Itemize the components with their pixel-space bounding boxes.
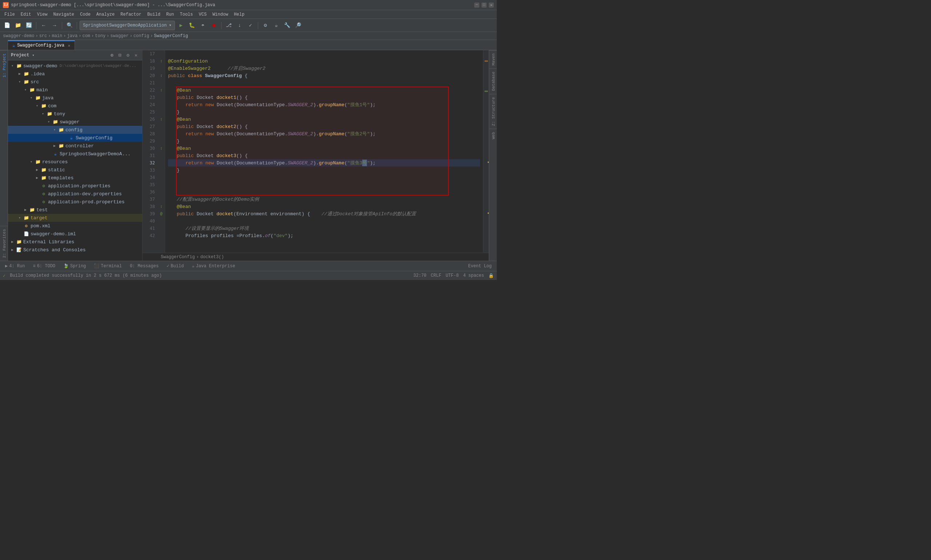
- tree-com[interactable]: ▾ 📁 com: [8, 102, 142, 110]
- coverage-btn[interactable]: ☂: [198, 21, 208, 30]
- menu-tools[interactable]: Tools: [177, 11, 196, 18]
- vtab-web[interactable]: Web: [489, 129, 497, 142]
- lock-icon[interactable]: 🔒: [488, 273, 494, 278]
- indent[interactable]: 4 spaces: [463, 273, 484, 278]
- debug-btn[interactable]: 🐛: [187, 21, 197, 30]
- breadcrumb-config[interactable]: config: [134, 34, 149, 38]
- editor-area[interactable]: 17 18 19 20 21 22 23 24 25 26 27 28 29 3…: [143, 50, 489, 253]
- tools2-btn[interactable]: 🔧: [283, 21, 292, 30]
- menu-window[interactable]: Window: [209, 11, 231, 18]
- tree-swagger[interactable]: ▾ 📁 swagger: [8, 118, 142, 126]
- vtab-database[interactable]: Database: [489, 68, 497, 94]
- line-ending[interactable]: CRLF: [431, 273, 442, 278]
- back-btn[interactable]: ←: [39, 21, 48, 30]
- tree-main[interactable]: ▾ 📁 main: [8, 86, 142, 94]
- right-scrollbar[interactable]: [483, 50, 489, 253]
- ln-34: 34: [143, 174, 158, 181]
- ext-lib-label: External Libraries: [23, 239, 74, 245]
- tree-src[interactable]: ▾ 📁 src: [8, 78, 142, 86]
- tab-close-btn[interactable]: ✕: [68, 43, 71, 48]
- tab-swaggerconfig[interactable]: ☕ SwaggerConfig.java ✕: [8, 40, 75, 50]
- breadcrumb-src[interactable]: src: [39, 34, 47, 38]
- btab-messages[interactable]: 0: Messages: [126, 262, 162, 271]
- btab-spring[interactable]: 🍃 Spring: [60, 262, 89, 271]
- breadcrumb-tony[interactable]: tony: [95, 34, 105, 38]
- breadcrumb-java[interactable]: java: [67, 34, 77, 38]
- close-panel-btn[interactable]: ✕: [133, 52, 139, 58]
- folder-icon-com: 📁: [41, 103, 46, 109]
- tree-iml[interactable]: ▶ 📄 swagger-demo.iml: [8, 230, 142, 238]
- cursor-position[interactable]: 32:70: [414, 273, 426, 278]
- tree-app-dev-props[interactable]: ▶ ⚙ application-dev.properties: [8, 190, 142, 198]
- commit-btn[interactable]: ✓: [246, 21, 255, 30]
- breadcrumb-com[interactable]: com: [82, 34, 90, 38]
- code-content[interactable]: @Configuration @EnableSwagger2 //开启Swagg…: [165, 50, 483, 253]
- menu-view[interactable]: View: [34, 11, 51, 18]
- menu-run[interactable]: Run: [163, 11, 177, 18]
- breadcrumb-method[interactable]: docket3(): [200, 255, 224, 260]
- breadcrumb-swagger[interactable]: swagger: [110, 34, 128, 38]
- tree-scratches[interactable]: ▶ 📝 Scratches and Consoles: [8, 246, 142, 254]
- menu-code[interactable]: Code: [77, 11, 94, 18]
- sync-btn[interactable]: 🔄: [24, 21, 34, 30]
- vtab-structure[interactable]: Z: Structure: [489, 94, 497, 129]
- tree-ext-lib[interactable]: ▶ 📁 External Libraries: [8, 238, 142, 246]
- menu-refactor[interactable]: Refactor: [117, 11, 145, 18]
- tree-app-prod-props[interactable]: ▶ ⚙ application-prod.properties: [8, 198, 142, 206]
- encoding[interactable]: UTF-8: [445, 273, 459, 278]
- menu-help[interactable]: Help: [231, 11, 247, 18]
- tree-java[interactable]: ▾ 📁 java: [8, 94, 142, 102]
- run-btn[interactable]: ▶: [176, 21, 186, 30]
- menu-edit[interactable]: Edit: [18, 11, 34, 18]
- collapse-btn[interactable]: ⊟: [117, 52, 123, 58]
- vtab-maven[interactable]: Maven: [489, 50, 497, 68]
- tree-idea[interactable]: ▶ 📁 .idea: [8, 70, 142, 78]
- stop-btn[interactable]: ■: [209, 21, 219, 30]
- tree-app-props[interactable]: ▶ ⚙ application.properties: [8, 182, 142, 190]
- tree-controller[interactable]: ▶ 📁 controller: [8, 142, 142, 150]
- tree-target[interactable]: ▾ 📁 target: [8, 214, 142, 222]
- tree-resources[interactable]: ▾ 📁 resources: [8, 158, 142, 166]
- menu-navigate[interactable]: Navigate: [50, 11, 77, 18]
- settings-btn[interactable]: ⚙: [261, 21, 270, 30]
- menu-file[interactable]: File: [2, 11, 18, 18]
- open-btn[interactable]: 📁: [13, 21, 23, 30]
- menu-build[interactable]: Build: [145, 11, 163, 18]
- tree-static[interactable]: ▶ 📁 static: [8, 166, 142, 174]
- tree-main-class[interactable]: ▶ ☕ SpringbootSwaggerDemoA...: [8, 150, 142, 158]
- btab-todo[interactable]: ≡ 6: TODO: [29, 262, 59, 271]
- search-everywhere-btn[interactable]: 🔍: [65, 21, 74, 30]
- vtab-project[interactable]: 1: Project: [0, 50, 8, 80]
- update-btn[interactable]: ↓: [235, 21, 245, 30]
- tree-tony[interactable]: ▾ 📁 tony: [8, 110, 142, 118]
- btab-terminal[interactable]: ⬛ Terminal: [90, 262, 125, 271]
- git-btn[interactable]: ⎇: [224, 21, 234, 30]
- tree-pom[interactable]: ▶ ⚙ pom.xml: [8, 222, 142, 230]
- menu-analyze[interactable]: Analyze: [94, 11, 117, 18]
- btab-java-enterprise[interactable]: ☕ Java Enterprise: [188, 262, 239, 271]
- btab-event-log[interactable]: Event Log: [465, 262, 496, 271]
- tree-config[interactable]: ▾ 📁 config: [8, 126, 142, 134]
- breadcrumb-swaggerconfig[interactable]: SwaggerConfig: [161, 255, 195, 260]
- maximize-button[interactable]: □: [482, 3, 486, 8]
- breadcrumb-file[interactable]: SwaggerConfig: [154, 34, 188, 38]
- new-project-btn[interactable]: 📄: [2, 21, 12, 30]
- sdk-btn[interactable]: ☕: [272, 21, 281, 30]
- breadcrumb-root[interactable]: swagger-demo: [3, 34, 34, 38]
- tree-templates[interactable]: ▶ 📁 templates: [8, 174, 142, 182]
- tree-test[interactable]: ▶ 📁 test: [8, 206, 142, 214]
- locate-btn[interactable]: ⊕: [109, 52, 115, 58]
- btab-run[interactable]: ▶ 4: Run: [2, 262, 28, 271]
- tree-root[interactable]: ▾ 📁 swagger-demo D:\code\springboot\swag…: [8, 62, 142, 70]
- minimize-button[interactable]: ─: [474, 3, 479, 8]
- tree-swaggerconfig[interactable]: ▶ ☕ SwaggerConfig: [8, 134, 142, 142]
- breadcrumb-main[interactable]: main: [52, 34, 62, 38]
- run-config-dropdown[interactable]: SpringbootSwaggerDemoApplication ▾: [80, 21, 175, 30]
- close-button[interactable]: ✕: [489, 3, 494, 8]
- settings-btn[interactable]: ⚙: [125, 52, 131, 58]
- menu-vcs[interactable]: VCS: [196, 11, 210, 18]
- forward-btn[interactable]: →: [50, 21, 59, 30]
- search-btn[interactable]: 🔎: [294, 21, 303, 30]
- btab-build[interactable]: ✓ Build: [163, 262, 187, 271]
- vtab-favorites[interactable]: 2: Favorites: [0, 226, 8, 261]
